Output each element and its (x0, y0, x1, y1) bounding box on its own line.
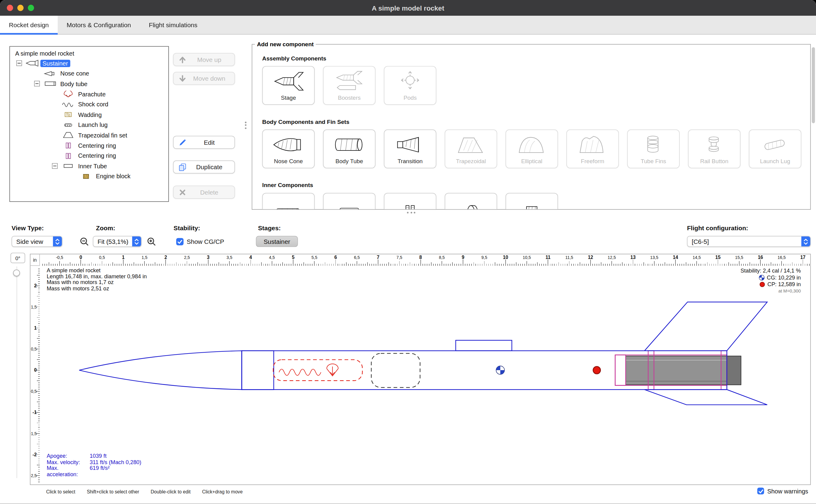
tree-item-wadding[interactable]: Wadding (10, 110, 168, 120)
rotation-slider-knob[interactable] (13, 270, 20, 276)
tree-item-trapezoidal-fin-set[interactable]: Trapezoidal fin set (10, 130, 168, 141)
add-inner-component-1-button[interactable] (262, 193, 315, 210)
duplicate-icon (178, 163, 187, 171)
tree-item-label: Sustainer (40, 60, 70, 67)
title-bar[interactable]: A simple model rocket (0, 0, 816, 16)
svg-text:1: 1 (34, 325, 37, 331)
tree-item-body-tube[interactable]: Body tube (10, 79, 168, 89)
engine-block-outline[interactable] (615, 355, 626, 386)
motor[interactable] (626, 356, 741, 385)
add-elliptical-button[interactable]: Elliptical (506, 130, 558, 168)
c-ellip-fin-icon (515, 130, 549, 158)
fin-upper-outline[interactable] (645, 302, 767, 351)
tree-item-nose-cone[interactable]: Nose cone (10, 69, 168, 79)
tree-item-inner-tube[interactable]: Inner Tube (10, 161, 168, 171)
move-up-button[interactable]: Move up (173, 53, 235, 66)
zoom-in-button[interactable] (146, 237, 157, 247)
add-freeform-button[interactable]: Freeform (566, 130, 619, 168)
edit-button[interactable]: Edit (173, 136, 235, 149)
svg-text:8,5: 8,5 (439, 255, 445, 260)
close-window-button[interactable] (7, 5, 13, 11)
rotation-angle-box[interactable]: 0° (11, 253, 25, 263)
move-down-button[interactable]: Move down (173, 72, 235, 85)
tree-item-launch-lug[interactable]: Launch lug (10, 120, 168, 130)
add-trapezoidal-button[interactable]: Trapezoidal (445, 130, 497, 168)
hint-text: Click to select (46, 489, 75, 494)
collapse-minus-icon[interactable] (16, 60, 25, 66)
zoom-level-dropdown[interactable]: Fit (53,1%) (93, 236, 141, 247)
parachute-symbol[interactable] (327, 364, 338, 376)
parachute-region[interactable] (273, 360, 362, 380)
fullscreen-window-button[interactable] (28, 5, 34, 11)
wadding-region[interactable] (371, 354, 420, 388)
tree-item-engine-block[interactable]: Engine block (10, 171, 168, 182)
zoom-out-button[interactable] (79, 237, 90, 247)
delete-button[interactable]: Delete (173, 186, 235, 199)
tree-item-parachute[interactable]: Parachute (10, 89, 168, 99)
stage-toggle-sustainer[interactable]: Sustainer (256, 236, 298, 247)
add-rail-button-button[interactable]: Rail Button (688, 130, 741, 168)
panel-splitter-handle[interactable] (245, 120, 246, 130)
add-launch-lug-button[interactable]: Launch Lug (749, 130, 801, 168)
svg-text:12,5: 12,5 (608, 255, 616, 260)
c-nosecone-icon (272, 130, 305, 158)
collapse-minus-icon[interactable] (34, 81, 43, 87)
nose-shoulder-outline[interactable] (242, 351, 274, 389)
cg-icon (759, 275, 765, 280)
view-type-dropdown[interactable]: Side view (11, 236, 62, 247)
fin-lower-outline[interactable] (645, 389, 767, 405)
add-inner-component-4-button[interactable] (445, 193, 497, 210)
tree-root-item[interactable]: A simple model rocket (10, 47, 168, 58)
minimize-window-button[interactable] (17, 5, 24, 11)
show-cgcp-checkbox[interactable] (176, 238, 183, 245)
add-nose-cone-button[interactable]: Nose Cone (262, 130, 315, 168)
hint-text: Shift+click to select other (87, 489, 139, 494)
add-panel-scrollbar[interactable] (812, 47, 815, 123)
shockcord-icon (60, 101, 76, 108)
c-launchlug-icon (758, 130, 792, 158)
svg-text:1,5: 1,5 (31, 305, 37, 309)
show-warnings-label: Show warnings (767, 488, 808, 494)
add-inner-component-2-button[interactable] (323, 193, 376, 210)
flight-config-label: Flight configuration: (687, 225, 748, 232)
tab-motors-configuration[interactable]: Motors & Configuration (58, 16, 140, 34)
add-stage-button[interactable]: Stage (262, 66, 315, 105)
add-pods-button[interactable]: Pods (384, 66, 436, 105)
cp-readout: CP: 12,589 in (767, 281, 801, 288)
add-body-tube-button[interactable]: Body Tube (323, 130, 376, 168)
c-stage-icon (272, 66, 305, 94)
stages-label: Stages: (258, 225, 281, 232)
add-inner-component-5-button[interactable] (506, 193, 558, 210)
add-boosters-button[interactable]: Boosters (323, 66, 376, 105)
shock-cord-squiggle[interactable] (279, 369, 321, 376)
tree-item-sustainer[interactable]: Sustainer (10, 58, 168, 69)
tab-flight-simulations[interactable]: Flight simulations (140, 16, 206, 34)
svg-text:3,5: 3,5 (227, 255, 233, 260)
rocket-drawing[interactable] (40, 266, 811, 485)
tab-rocket-design[interactable]: Rocket design (0, 16, 58, 34)
tree-item-shock-cord[interactable]: Shock cord (10, 99, 168, 110)
c-railbutton-icon (698, 130, 731, 158)
show-cgcp-row: Show CG/CP (176, 238, 224, 245)
show-warnings-checkbox[interactable] (757, 488, 764, 495)
rotation-slider-track[interactable] (16, 266, 17, 478)
add-inner-component-3-button[interactable] (384, 193, 436, 210)
tree-item-label: Trapezoidal fin set (76, 131, 129, 139)
panel-resize-handle[interactable] (407, 212, 416, 213)
add-transition-button[interactable]: Transition (384, 130, 436, 168)
flight-config-dropdown[interactable]: [C6-5] (687, 236, 811, 247)
bodytube-icon (43, 80, 58, 87)
view-type-label: View Type: (11, 225, 44, 232)
ruler-unit-label[interactable]: in (31, 254, 40, 266)
component-action-buttons: Move upMove downEditDuplicateDelete (173, 44, 236, 202)
tree-item-centering-ring[interactable]: Centering ring (10, 141, 168, 151)
nose-cone-outline[interactable] (79, 351, 242, 389)
duplicate-button[interactable]: Duplicate (173, 160, 235, 173)
collapse-minus-icon[interactable] (52, 163, 60, 169)
innertube-icon (60, 163, 76, 170)
finset-icon (60, 132, 76, 139)
launch-lug-outline[interactable] (456, 340, 512, 351)
rocket-canvas[interactable]: A simple model rocket Length 16,748 in, … (40, 266, 811, 485)
tree-item-centering-ring[interactable]: Centering ring (10, 151, 168, 161)
add-tube-fins-button[interactable]: Tube Fins (627, 130, 680, 168)
